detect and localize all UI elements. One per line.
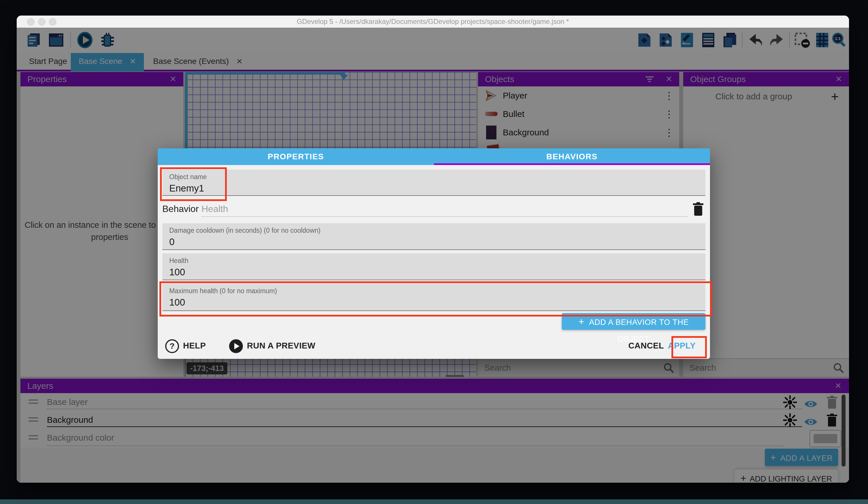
object-name-field[interactable]: Object name Enemy1 (162, 170, 705, 196)
play-icon (229, 339, 243, 353)
screenshot-stage: GDevelop 5 - /Users/dkarakay/Documents/G… (0, 0, 868, 504)
cancel-button[interactable]: CANCEL (628, 335, 664, 356)
annotation-maximum-health (159, 281, 712, 316)
health-field[interactable]: Health 100 (162, 253, 705, 280)
damage-cooldown-field[interactable]: Damage cooldown (in seconds) (0 for no c… (162, 223, 705, 250)
behavior-name-field[interactable]: Health (202, 204, 228, 214)
behavior-header-row: Behavior Health (162, 200, 705, 220)
behavior-name-underline (202, 216, 687, 217)
window-title: GDevelop 5 - /Users/dkarakay/Documents/G… (17, 16, 849, 28)
gdevelop-window: GDevelop 5 - /Users/dkarakay/Documents/G… (17, 16, 849, 483)
run-preview-button[interactable]: RUN A PREVIEW (229, 335, 316, 356)
dialog-tab-bar: PROPERTIES BEHAVIORS (158, 148, 710, 165)
annotation-object-name (160, 167, 227, 201)
dialog-tab-behaviors[interactable]: BEHAVIORS (434, 148, 710, 165)
delete-behavior-trash-icon[interactable] (692, 202, 704, 216)
object-editor-dialog: PROPERTIES BEHAVIORS Object name Enemy1 … (158, 148, 710, 359)
help-button[interactable]: ?HELP (165, 335, 206, 356)
dialog-tab-properties[interactable]: PROPERTIES (158, 148, 434, 165)
behavior-label: Behavior (162, 204, 199, 214)
titlebar: GDevelop 5 - /Users/dkarakay/Documents/G… (17, 16, 849, 28)
annotation-apply-button (671, 336, 707, 358)
plus-icon: + (578, 316, 585, 327)
active-dialog-tab-indicator (434, 163, 710, 165)
help-icon: ? (165, 339, 179, 353)
